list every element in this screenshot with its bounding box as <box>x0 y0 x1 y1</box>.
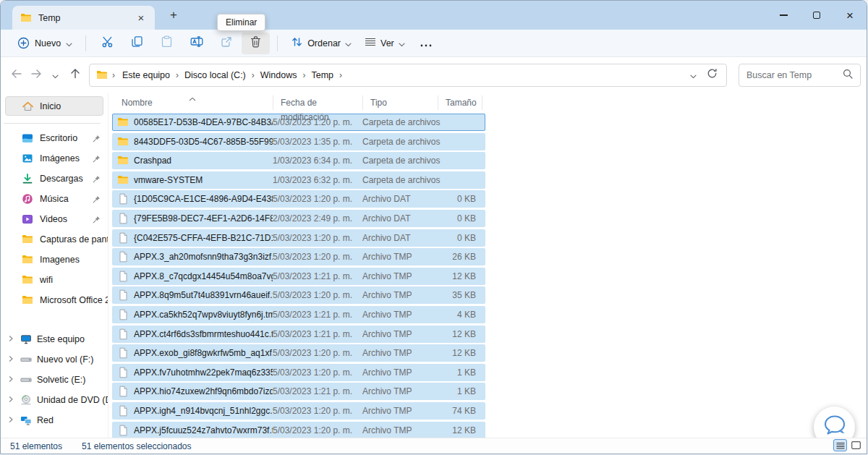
table-row[interactable]: Crashpad1/03/2023 6:34 p. m.Carpeta de a… <box>112 152 485 169</box>
sidebar-item-escritorio[interactable]: Escritorio <box>1 128 108 148</box>
sidebar-item-label: Imágenes <box>40 153 80 163</box>
sidebar-item-red[interactable]: Red <box>1 410 108 430</box>
file-size: 12 KB <box>438 425 482 435</box>
sidebar-item-unidad-de-dvd-d[interactable]: Unidad de DVD (D:) <box>1 390 108 410</box>
breadcrumb-item-temp[interactable]: Temp <box>309 69 337 82</box>
search-input[interactable] <box>746 70 838 80</box>
cut-button[interactable] <box>93 33 122 54</box>
recent-locations-button[interactable] <box>46 65 65 85</box>
table-row[interactable]: {79FE5B98-DEC7-4EF1-A2D6-14F8384CA9...2/… <box>112 210 485 227</box>
close-button[interactable]: × <box>833 1 867 30</box>
large-icons-view-button[interactable] <box>849 439 863 451</box>
sidebar-item-descargas[interactable]: Descargas <box>1 169 108 189</box>
file-icon <box>118 232 129 244</box>
breadcrumb-item-disco-local-c[interactable]: Disco local (C:) <box>182 69 249 82</box>
folder-icon <box>21 274 33 286</box>
table-row[interactable]: APPX.3_ah20mofsnn9tha73g3n3izf.tmp5/03/2… <box>112 248 485 265</box>
refresh-button[interactable] <box>703 68 720 82</box>
search-box[interactable] <box>739 64 861 87</box>
file-type: Archivo TMP <box>362 271 438 281</box>
address-dropdown-button[interactable] <box>684 69 702 82</box>
table-row[interactable]: APPX.8q9m5ut7t4u8391vrn46aueif.tmp5/03/2… <box>112 286 485 304</box>
sidebar-item-wifi[interactable]: wifi <box>1 270 108 290</box>
copy-button[interactable] <box>123 33 151 54</box>
sidebar-item-nuevo-vol-f[interactable]: Nuevo vol (F:) <box>1 349 108 370</box>
sort-button-label: Ordenar <box>307 38 341 48</box>
command-toolbar: Nuevo Ordenar Ver <box>1 30 867 57</box>
more-options-button[interactable] <box>412 33 441 54</box>
minimize-button[interactable] <box>767 1 800 30</box>
sidebar-item-microsoft-office-20[interactable]: Microsoft Office 20 <box>1 290 108 310</box>
sidebar-item-m-sica[interactable]: Música <box>1 189 108 209</box>
share-icon <box>220 35 232 51</box>
rename-button[interactable] <box>182 33 210 54</box>
breadcrumb-item-windows[interactable]: Windows <box>258 69 300 82</box>
table-row[interactable]: {1D05C9CA-E1CE-4896-A9D4-E4383842F...5/0… <box>112 190 485 208</box>
sidebar-item-label: Solvetic (E:) <box>37 375 85 385</box>
breadcrumb-item-este-equipo[interactable]: Este equipo <box>119 69 173 82</box>
table-row[interactable]: APPX.j5fcuuz524z7ahvto7wxrm73f.tmp5/03/2… <box>112 422 485 439</box>
file-name: {1D05C9CA-E1CE-4896-A9D4-E4383842F... <box>134 194 273 204</box>
table-row[interactable]: {C042E575-CFFA-4EFB-B21C-71D12656D5...5/… <box>112 229 485 247</box>
chevron-right-icon[interactable] <box>7 354 14 365</box>
column-header-fecha[interactable]: Fecha de modificación <box>273 95 362 110</box>
trash-icon <box>250 35 262 51</box>
tab-close-icon[interactable]: × <box>135 12 148 23</box>
file-name: APPX.exob_gi8f8gwkrfw5mb_aq1xf.tmp <box>134 348 273 358</box>
file-size: 12 KB <box>438 329 482 339</box>
table-row[interactable]: 8443DDF5-03D5-4C67-885B-55F9994FBC...5/0… <box>112 133 485 150</box>
chevron-right-icon[interactable] <box>7 375 14 385</box>
back-button[interactable] <box>7 65 26 85</box>
paste-button[interactable] <box>153 33 181 54</box>
sidebar-item-imagenes[interactable]: Imagenes <box>1 250 108 270</box>
delete-button[interactable] <box>242 33 270 54</box>
chevron-right-icon[interactable] <box>7 415 14 425</box>
file-type: Archivo TMP <box>362 310 438 320</box>
file-type: Carpeta de archivos <box>362 175 438 185</box>
toolbar-separator <box>277 35 278 51</box>
file-type: Archivo TMP <box>362 348 438 358</box>
sidebar-item-im-genes[interactable]: Imágenes <box>1 148 108 169</box>
table-row[interactable]: APPX.8_c7qcdgx14454u54m8oa7vgc.tmp5/03/2… <box>112 268 485 285</box>
table-row[interactable]: APPX.ct4rf6ds3sfbmrmteshuo441c.tmp5/03/2… <box>112 326 485 343</box>
sort-button[interactable]: Ordenar <box>284 33 358 54</box>
details-view-button[interactable] <box>833 439 847 451</box>
share-button[interactable] <box>212 33 240 54</box>
table-row[interactable]: APPX.fv7uhotmhw22pek7maq6z335f.tmp5/03/2… <box>112 364 485 381</box>
new-button[interactable]: Nuevo <box>11 33 79 54</box>
address-bar[interactable]: › Este equipo›Disco local (C:)›Windows›T… <box>89 64 727 87</box>
sidebar-item-este-equipo[interactable]: Este equipo <box>1 329 108 349</box>
sidebar-item-videos[interactable]: Videos <box>1 209 108 229</box>
file-type: Carpeta de archivos <box>362 117 438 127</box>
forward-button[interactable] <box>26 65 46 85</box>
table-row[interactable]: APPX.hio74zuxew2hf9qn6mbdo7izd.tmp5/03/2… <box>112 383 485 400</box>
sidebar-item-label: Escritorio <box>40 133 77 143</box>
new-tab-button[interactable]: + <box>165 8 182 24</box>
tab-temp[interactable]: Temp × <box>12 6 155 30</box>
sidebar-item-solvetic-e[interactable]: Solvetic (E:) <box>1 370 108 390</box>
file-size: 12 KB <box>438 348 482 358</box>
sidebar-item-capturas-de-pantall[interactable]: Capturas de pantall <box>1 229 108 250</box>
chevron-right-icon[interactable] <box>7 334 14 344</box>
view-button[interactable]: Ver <box>358 33 412 54</box>
drive-icon <box>20 354 32 365</box>
sidebar-item-inicio[interactable]: Inicio <box>5 96 103 116</box>
sidebar-item-label: Videos <box>40 214 67 224</box>
sidebar-item-label: Inicio <box>40 101 61 111</box>
sidebar-item-label: Microsoft Office 20 <box>40 295 109 305</box>
table-row[interactable]: APPX.ca5kh52q7wpv8viuyt8fyn6j.tmp5/03/20… <box>112 306 485 323</box>
pin-icon <box>93 175 101 183</box>
up-button[interactable] <box>65 65 85 85</box>
column-header-tipo[interactable]: Tipo <box>362 95 438 110</box>
maximize-button[interactable] <box>800 1 833 30</box>
column-header-tamano[interactable]: Tamaño <box>438 95 482 110</box>
home-icon <box>22 101 34 112</box>
table-row[interactable]: vmware-SYSTEM1/03/2023 6:32 p. m.Carpeta… <box>112 171 485 189</box>
file-date: 2/03/2023 2:49 p. m. <box>273 213 362 224</box>
table-row[interactable]: APPX.igh4_n914bvqcnj_51nhl2ggc.tmp5/03/2… <box>112 402 485 420</box>
chevron-right-icon[interactable] <box>7 395 14 405</box>
file-icon <box>118 386 129 397</box>
table-row[interactable]: APPX.exob_gi8f8gwkrfw5mb_aq1xf.tmp5/03/2… <box>112 344 485 362</box>
sidebar-item-label: Este equipo <box>37 334 85 344</box>
paste-icon <box>161 35 173 51</box>
